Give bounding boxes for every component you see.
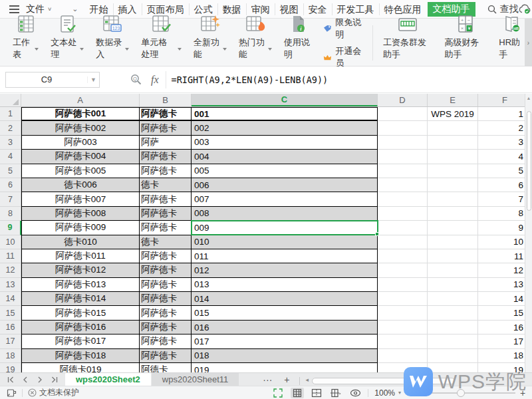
cell-D4[interactable]: [378, 150, 428, 164]
cell-B4[interactable]: 阿萨德卡: [140, 150, 192, 164]
formula-input[interactable]: =RIGHT(A9,2*LEN(A9)-LENB(A9)): [166, 71, 532, 88]
row-header-4[interactable]: 4: [0, 150, 21, 164]
row-header-6[interactable]: 6: [0, 178, 21, 192]
cell-A16[interactable]: 阿萨德卡016: [21, 321, 140, 334]
column-header-D[interactable]: D: [378, 94, 428, 106]
cell-B13[interactable]: 阿萨德卡: [140, 278, 192, 292]
cell-F9[interactable]: 9: [478, 221, 532, 235]
reading-view-button[interactable]: [348, 388, 362, 398]
cell-D2[interactable]: [378, 121, 428, 135]
cell-D3[interactable]: [378, 136, 428, 150]
cell-B15[interactable]: 阿萨德卡: [140, 306, 192, 320]
cell-B10[interactable]: 德卡: [140, 235, 192, 249]
cell-D5[interactable]: [378, 164, 428, 178]
cell-F8[interactable]: 8: [478, 207, 532, 221]
button-limited-free-info[interactable]: 限免说明: [323, 17, 363, 41]
menu-tab-审阅[interactable]: 审阅: [247, 3, 275, 15]
button-hr-assistant[interactable]: HR HR助手: [493, 21, 529, 65]
cell-F6[interactable]: 6: [478, 178, 532, 192]
cell-C7[interactable]: 007: [192, 192, 378, 206]
page-break-view-button[interactable]: [310, 388, 323, 398]
cell-E1[interactable]: WPS 2019: [428, 107, 478, 121]
cell-D15[interactable]: [378, 306, 428, 320]
hamburger-menu-icon[interactable]: [9, 5, 19, 13]
magnifier-icon[interactable]: Q: [130, 74, 142, 85]
cell-A3[interactable]: 阿萨003: [21, 136, 140, 150]
menu-tab-插入[interactable]: 插入: [114, 3, 142, 15]
ribbon-overflow-button[interactable]: ›: [525, 19, 532, 66]
row-header-2[interactable]: 2: [0, 121, 21, 135]
cell-B14[interactable]: 阿萨德卡: [140, 292, 192, 306]
menu-tab-公式[interactable]: 公式: [190, 3, 218, 15]
cell-B2[interactable]: 阿萨德卡: [140, 121, 192, 135]
cell-A8[interactable]: 阿萨德卡008: [21, 207, 140, 221]
chevron-down-icon[interactable]: ▼: [87, 76, 99, 83]
cell-C9[interactable]: 009: [192, 221, 378, 235]
cell-B12[interactable]: 阿萨德卡: [140, 263, 192, 277]
menu-tab-开发工具[interactable]: 开发工具: [332, 3, 380, 15]
cell-D9[interactable]: [378, 221, 428, 235]
cell-C14[interactable]: 014: [192, 292, 378, 306]
vertical-scrollbar-thumb[interactable]: [527, 111, 531, 211]
macro-record-icon[interactable]: [7, 388, 17, 398]
cell-B11[interactable]: 阿萨德卡: [140, 249, 192, 263]
cell-B1[interactable]: 阿萨德卡: [140, 107, 192, 121]
cell-F17[interactable]: 17: [478, 334, 532, 348]
cell-B16[interactable]: 阿萨德卡: [140, 321, 192, 334]
cell-E7[interactable]: [428, 192, 478, 206]
select-all-corner[interactable]: [0, 94, 21, 106]
button-finance-assistant[interactable]: +−×¥ 高级财务助手: [438, 21, 493, 65]
cell-D18[interactable]: [378, 349, 428, 363]
quick-access-chevron-icon[interactable]: ⌄: [72, 5, 78, 13]
cell-D19[interactable]: [378, 363, 428, 372]
sheet-tab-wps2020Sheet11[interactable]: wps2020Sheet11: [152, 373, 239, 386]
cell-E3[interactable]: [428, 136, 478, 150]
cell-E19[interactable]: [428, 363, 478, 372]
cell-F4[interactable]: 4: [478, 150, 532, 164]
cell-E11[interactable]: [428, 249, 478, 263]
cell-A1[interactable]: 阿萨德卡001: [21, 107, 140, 121]
cell-C13[interactable]: 013: [192, 278, 378, 292]
cell-A11[interactable]: 阿萨德卡011: [21, 249, 140, 263]
cell-F3[interactable]: 3: [478, 136, 532, 150]
cell-D12[interactable]: [378, 263, 428, 277]
button-text-processing[interactable]: 文本处理: [45, 21, 90, 65]
next-sheet-button[interactable]: [33, 374, 47, 385]
row-header-19[interactable]: 19: [0, 363, 21, 372]
zoom-out-button[interactable]: −: [404, 388, 412, 398]
cell-D1[interactable]: [378, 107, 428, 121]
cell-A12[interactable]: 阿萨德卡012: [21, 263, 140, 277]
cloud-sync-button[interactable]: ▾: [519, 4, 532, 14]
cell-B3[interactable]: 阿萨: [140, 136, 192, 150]
cell-A9[interactable]: 阿萨德卡009: [21, 221, 140, 235]
cell-A5[interactable]: 阿萨德卡005: [21, 164, 140, 178]
cell-D11[interactable]: [378, 249, 428, 263]
button-usage-help[interactable]: i 使用说明: [278, 21, 319, 65]
cell-C18[interactable]: 018: [192, 349, 378, 363]
row-header-10[interactable]: 10: [0, 235, 21, 249]
cell-D10[interactable]: [378, 235, 428, 249]
cell-B17[interactable]: 阿萨德卡: [140, 334, 192, 348]
cell-C3[interactable]: 003: [192, 136, 378, 150]
button-data-entry[interactable]: 123 数据录入: [90, 21, 135, 65]
cell-A7[interactable]: 阿萨德卡007: [21, 192, 140, 206]
button-upgrade-membership[interactable]: 开通会员: [323, 45, 363, 69]
cell-B7[interactable]: 阿萨德卡: [140, 192, 192, 206]
row-header-16[interactable]: 16: [0, 321, 21, 334]
cell-E12[interactable]: [428, 263, 478, 277]
cell-C16[interactable]: 016: [192, 321, 378, 334]
row-header-1[interactable]: 1: [0, 107, 21, 121]
cell-D17[interactable]: [378, 334, 428, 348]
button-hot-features[interactable]: 热门功能: [233, 21, 278, 65]
horizontal-scrollbar[interactable]: [312, 378, 455, 384]
row-header-12[interactable]: 12: [0, 263, 21, 277]
cell-E15[interactable]: [428, 306, 478, 320]
cell-C2[interactable]: 002: [192, 121, 378, 135]
cell-B8[interactable]: 阿萨德卡: [140, 207, 192, 221]
last-sheet-button[interactable]: [48, 374, 61, 385]
column-header-B[interactable]: B: [140, 94, 192, 106]
cell-E9[interactable]: [428, 221, 478, 235]
cell-A14[interactable]: 阿萨德卡014: [21, 292, 140, 306]
cell-E13[interactable]: [428, 278, 478, 292]
cell-A2[interactable]: 阿萨德卡002: [21, 121, 140, 135]
